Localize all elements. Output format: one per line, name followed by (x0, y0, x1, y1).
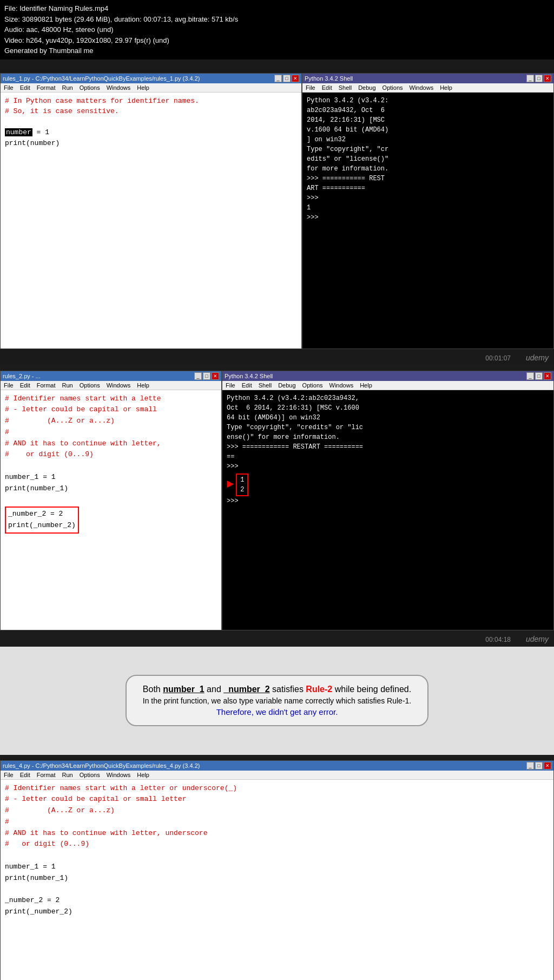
red-box-block: _number_2 = 2 print(_number_2) (5, 507, 79, 534)
s2-menu-options[interactable]: Options (76, 381, 103, 390)
s4-maximize[interactable]: □ (535, 762, 543, 769)
s2-menu-format[interactable]: Format (34, 381, 59, 390)
menu-file[interactable]: File (1, 83, 17, 92)
number2-highlight: _number_2 (223, 685, 269, 694)
s2-menu-run[interactable]: Run (59, 381, 76, 390)
minimize-button[interactable]: _ (274, 75, 282, 82)
shell-maximize-button[interactable]: □ (535, 75, 543, 82)
shell-line-5: ] on win32 (307, 135, 549, 144)
s4-close[interactable]: ✕ (544, 762, 551, 769)
shell-menu-debug[interactable]: Debug (355, 83, 379, 92)
shell-window-controls[interactable]: _ □ ✕ (526, 75, 551, 82)
shell-line-10: ART =========== (307, 183, 549, 193)
s2-code-1: # Identifier names start with a lette (5, 393, 217, 405)
s2-code-6: # or digit (0...9) (5, 449, 217, 461)
s2-shell-1: Python 3.4.2 (v3.4.2:ab2c023a9432, (227, 393, 549, 403)
s2-menu-file[interactable]: File (1, 381, 17, 390)
s2-menu-help[interactable]: Help (134, 381, 153, 390)
section1-shell-window: Python 3.4.2 Shell _ □ ✕ File Edit Shell… (302, 73, 554, 349)
shell-line-1: Python 3.4.2 (v3.4.2: (307, 96, 549, 106)
menu-windows[interactable]: Windows (103, 83, 134, 92)
s4-code-9: print(number_1) (5, 873, 549, 884)
s2-shell-menu-options[interactable]: Options (299, 381, 326, 390)
number1-highlight: number_1 (163, 685, 204, 694)
s4-editor-titlebar: rules_4.py - C:/Python34/LearnPythonQuic… (1, 761, 553, 771)
s4-menu-windows[interactable]: Windows (103, 771, 134, 779)
s2-shell-menu-edit[interactable]: Edit (239, 381, 255, 390)
shell-menu-windows[interactable]: Windows (406, 83, 437, 92)
shell-line-2: ab2c023a9432, Oct 6 (307, 106, 549, 115)
speech-bubble: Both number_1 and _number_2 satisfies Ru… (126, 675, 428, 726)
s4-editor-title: rules_4.py - C:/Python34/LearnPythonQuic… (3, 762, 526, 769)
s4-code-5: # AND it has to continue with letter, un… (5, 828, 549, 839)
shell-line-6: Type "copyright", "cr (307, 144, 549, 154)
shell-menu-options[interactable]: Options (379, 83, 406, 92)
s4-window-controls[interactable]: _ □ ✕ (526, 762, 551, 769)
section2: rules_2.py - ... _ □ ✕ File Edit Format … (0, 365, 554, 647)
s4-menu-file[interactable]: File (1, 771, 17, 779)
section1-editor-window: rules_1.py - C:/Python34/LearnPythonQuic… (0, 73, 302, 349)
s2-maximize[interactable]: □ (203, 372, 210, 380)
s4-code-8: number_1 = 1 (5, 861, 549, 873)
s2-shell-3: 64 bit (AMD64)] on win32 (227, 413, 549, 423)
section1: rules_1.py - C:/Python34/LearnPythonQuic… (0, 60, 554, 365)
editor-title-bar: rules_1.py - C:/Python34/LearnPythonQuic… (1, 74, 301, 83)
s2-menu-windows[interactable]: Windows (103, 381, 134, 390)
s2-window-controls[interactable]: _ □ ✕ (194, 372, 219, 380)
s2-shell-menu-help[interactable]: Help (357, 381, 375, 390)
menu-help[interactable]: Help (134, 83, 153, 92)
s2-shell-minimize[interactable]: _ (526, 372, 534, 380)
s2-shell-menu-shell[interactable]: Shell (255, 381, 275, 390)
s2-shell-9: >>> (227, 496, 549, 506)
s4-code-content: # Identifier names start with a letter o… (1, 780, 553, 981)
file-info-line5: Generated by Thumbnail me (4, 45, 550, 56)
shell-menu-help[interactable]: Help (437, 83, 456, 92)
s2-menu-edit[interactable]: Edit (17, 381, 34, 390)
shell-line-8: for more information. (307, 164, 549, 174)
shell-close-button[interactable]: ✕ (544, 75, 551, 82)
s2-shell-maximize[interactable]: □ (535, 372, 543, 380)
bubble-blue-text: Therefore, we didn't get any error. (143, 707, 411, 716)
s2-shell-menu-debug[interactable]: Debug (275, 381, 299, 390)
close-button[interactable]: ✕ (292, 75, 299, 82)
s2-shell-2: Oct 6 2014, 22:16:31) [MSC v.1600 (227, 403, 549, 413)
s4-menu-options[interactable]: Options (76, 771, 103, 779)
bubble-end: while being defined. (332, 685, 411, 694)
shell-menubar: File Edit Shell Debug Options Windows He… (302, 83, 553, 93)
s2-code-8: number_1 = 1 (5, 472, 217, 483)
s2-shell-close[interactable]: ✕ (544, 372, 551, 380)
maximize-button[interactable]: □ (283, 75, 291, 82)
shell-minimize-button[interactable]: _ (526, 75, 534, 82)
s2-editor-title: rules_2.py - ... (3, 373, 194, 379)
shell-title: Python 3.4.2 Shell (305, 75, 526, 82)
shell-menu-edit[interactable]: Edit (319, 83, 335, 92)
editor-menubar: File Edit Format Run Options Windows Hel… (1, 83, 301, 93)
menu-edit[interactable]: Edit (17, 83, 34, 92)
shell-line-7: edits" or "license()" (307, 154, 549, 164)
menu-format[interactable]: Format (34, 83, 59, 92)
s2-shell-titlebar: Python 3.4.2 Shell _ □ ✕ (222, 371, 553, 381)
s4-menu-format[interactable]: Format (34, 771, 59, 779)
s4-minimize[interactable]: _ (526, 762, 534, 769)
section2-windows: rules_2.py - ... _ □ ✕ File Edit Format … (0, 371, 554, 630)
menu-run[interactable]: Run (59, 83, 76, 92)
section2-shell: Python 3.4.2 Shell _ □ ✕ File Edit Shell… (222, 371, 554, 630)
s2-code-11: _number_2 = 2 (8, 509, 76, 520)
menu-options[interactable]: Options (76, 83, 103, 92)
shell-menu-shell[interactable]: Shell (335, 83, 355, 92)
code-line-2: # So, it is case sensitive. (5, 106, 297, 117)
s2-shell-menu-file[interactable]: File (222, 381, 239, 390)
s4-menu-run[interactable]: Run (59, 771, 76, 779)
s2-minimize[interactable]: _ (194, 372, 202, 380)
bubble-mid: and (205, 685, 224, 694)
s4-menu-help[interactable]: Help (134, 771, 153, 779)
timestamp-2: 00:04:18 (485, 636, 511, 643)
s2-shell-menu-windows[interactable]: Windows (326, 381, 357, 390)
output-highlight-box: 1 2 (236, 473, 248, 496)
section2-editor: rules_2.py - ... _ □ ✕ File Edit Format … (0, 371, 222, 630)
shell-menu-file[interactable]: File (302, 83, 319, 92)
s2-shell-controls[interactable]: _ □ ✕ (526, 372, 551, 380)
s4-menu-edit[interactable]: Edit (17, 771, 34, 779)
window-controls[interactable]: _ □ ✕ (274, 75, 299, 82)
s2-close[interactable]: ✕ (212, 372, 219, 380)
